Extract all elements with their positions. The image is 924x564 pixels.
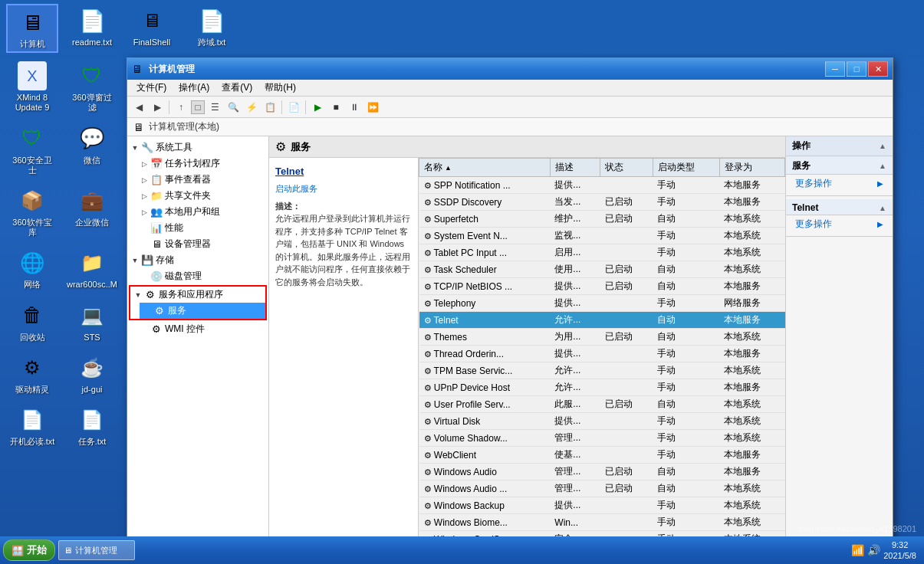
tray-network-icon[interactable]: 📶 xyxy=(851,544,864,556)
service-row[interactable]: ⚙ Windows Backup 提供... 手动 本地系统 xyxy=(419,497,785,514)
toolbar-pause[interactable]: ⏸ xyxy=(346,99,363,116)
tree-label-shebei: 设备管理器 xyxy=(165,238,211,251)
tree-toggle-cunchu[interactable]: ▼ xyxy=(130,256,140,265)
toolbar-btn6[interactable]: 📋 xyxy=(261,99,278,116)
service-row[interactable]: ⚙ WebClient 使基... 手动 本地服务 xyxy=(419,447,785,464)
tree-fuwu-selected[interactable]: ⚙ 服务 xyxy=(140,303,265,319)
start-button[interactable]: 🪟 开始 xyxy=(3,539,55,561)
service-row[interactable]: ⚙ Windows Audio 管理... 已启动 自动 本地服务 xyxy=(419,464,785,480)
service-row[interactable]: ⚙ UPnP Device Host 允许... 手动 本地服务 xyxy=(419,379,785,396)
col-status[interactable]: 状态 xyxy=(600,159,653,177)
service-row[interactable]: ⚙ Windows Audio ... 管理... 已启动 自动 本地系统 xyxy=(419,480,785,497)
desktop-icon-360wei[interactable]: 🛡 360安全卫士 xyxy=(6,122,58,178)
toolbar-btn3[interactable]: ☰ xyxy=(206,99,223,116)
service-row[interactable]: ⚙ Windows Biome... Win... 手动 本地系统 xyxy=(419,514,785,531)
desktop-icon-huishou[interactable]: 🗑 回收站 xyxy=(6,299,58,345)
taskbar-item-mgmt[interactable]: 🖥 计算机管理 xyxy=(58,540,135,560)
minimize-button[interactable]: ─ xyxy=(825,61,845,77)
desktop-icon-kuayu[interactable]: 📄 跨域.txt xyxy=(186,4,238,53)
tree-xitong[interactable]: ▼ 🔧 系统工具 xyxy=(127,139,268,156)
service-row[interactable]: ⚙ Tablet PC Input ... 启用... 手动 本地系统 xyxy=(419,244,785,261)
tree-toggle-bendi[interactable]: ▷ xyxy=(140,208,149,217)
tree-xingneng[interactable]: 📊 性能 xyxy=(136,220,268,236)
tree-toggle-renwu[interactable]: ▷ xyxy=(140,159,149,169)
desktop-icon-renwu[interactable]: 📄 任务.txt xyxy=(66,403,118,449)
col-name[interactable]: 名称▲ xyxy=(419,159,551,177)
service-login: 本地系统 xyxy=(719,514,784,531)
tree-fuwu-apps[interactable]: ▼ ⚙ 服务和应用程序 xyxy=(130,287,265,303)
desktop-icon-bidu[interactable]: 📄 开机必读.txt xyxy=(6,403,58,449)
service-row[interactable]: ⚙ SSDP Discovery 当发... 已启动 手动 本地服务 xyxy=(419,194,785,211)
desktop-icon-360tan[interactable]: 🛡 360弹窗过滤 xyxy=(66,59,118,115)
service-row[interactable]: ⚙ TCP/IP NetBIOS ... 提供... 已启动 自动 本地服务 xyxy=(419,278,785,295)
close-button[interactable]: ✕ xyxy=(868,61,888,77)
actions-telnet-more[interactable]: 更多操作 ▶ xyxy=(786,215,893,233)
toolbar-properties[interactable]: 📄 xyxy=(285,99,302,116)
col-desc[interactable]: 描述 xyxy=(550,159,600,177)
tree-toggle-fuwu[interactable]: ▼ xyxy=(133,290,143,300)
menu-help[interactable]: 帮助(H) xyxy=(258,80,302,96)
desktop-icon-wangluo[interactable]: 🌐 网络 xyxy=(6,246,58,292)
service-desc: 管理... xyxy=(550,480,600,497)
menu-action[interactable]: 操作(A) xyxy=(173,80,215,96)
toolbar-stop[interactable]: ■ xyxy=(327,99,344,116)
maximize-button[interactable]: □ xyxy=(847,61,866,77)
service-row[interactable]: ⚙ Superfetch 维护... 已启动 自动 本地系统 xyxy=(419,211,785,228)
taskbar-item-label: 计算机管理 xyxy=(75,545,117,556)
tree-shebei[interactable]: 🖥 设备管理器 xyxy=(136,236,268,252)
toolbar-restart[interactable]: ⏩ xyxy=(364,99,381,116)
service-row[interactable]: ⚙ Telnet 允许... 自动 本地服务 xyxy=(419,312,785,329)
tree-bendi[interactable]: ▷ 👥 本地用户和组 xyxy=(136,204,268,220)
service-row[interactable]: ⚙ System Event N... 监视... 手动 本地系统 xyxy=(419,228,785,244)
toolbar-play[interactable]: ▶ xyxy=(309,99,326,116)
service-row[interactable]: ⚙ Task Scheduler 使用... 已启动 自动 本地系统 xyxy=(419,261,785,278)
wrar-label: wrar600sc..M xyxy=(67,280,117,290)
tree-renwu[interactable]: ▷ 📅 任务计划程序 xyxy=(136,156,268,172)
desktop-icon-jdgui[interactable]: ☕ jd-gui xyxy=(66,351,118,397)
tree-cipan[interactable]: 💿 磁盘管理 xyxy=(136,268,268,284)
menu-file[interactable]: 文件(F) xyxy=(130,80,173,96)
tree-cunchu[interactable]: ▼ 💾 存储 xyxy=(127,252,268,268)
desktop-icon-weixin[interactable]: 💬 微信 xyxy=(66,122,118,178)
tray-sound-icon[interactable]: 🔊 xyxy=(867,544,880,556)
tree-toggle-xitong[interactable]: ▼ xyxy=(130,143,140,152)
desktop-icon-qiye[interactable]: 💼 企业微信 xyxy=(66,184,118,240)
desktop-icon-readme[interactable]: 📄 readme.txt xyxy=(66,4,118,53)
service-name: ⚙ Windows Biome... xyxy=(419,514,551,531)
tree-gongxiang[interactable]: ▷ 📁 共享文件夹 xyxy=(136,188,268,204)
desktop-icon-xmind[interactable]: X XMind 8 Update 9 xyxy=(6,59,58,115)
desktop-icon-sts[interactable]: 💻 STS xyxy=(66,299,118,345)
service-row[interactable]: ⚙ Virtual Disk 提供... 手动 本地系统 xyxy=(419,413,785,430)
toolbar-forward[interactable]: ▶ xyxy=(149,99,166,116)
service-row[interactable]: ⚙ Themes 为用... 已启动 自动 本地系统 xyxy=(419,329,785,346)
tree-toggle-shijian[interactable]: ▷ xyxy=(140,175,149,185)
service-row[interactable]: ⚙ Volume Shadow... 管理... 手动 本地系统 xyxy=(419,430,785,447)
service-row[interactable]: ⚙ User Profile Serv... 此服... 已启动 自动 本地系统 xyxy=(419,396,785,413)
desktop-icon-wrar[interactable]: 📁 wrar600sc..M xyxy=(66,246,118,292)
service-row[interactable]: ⚙ TPM Base Servic... 允许... 手动 本地系统 xyxy=(419,362,785,379)
toolbar-back[interactable]: ◀ xyxy=(130,99,147,116)
col-startup[interactable]: 启动类型 xyxy=(653,159,719,177)
col-login[interactable]: 登录为 xyxy=(719,159,784,177)
desktop-icon-finalshell[interactable]: 🖥 FinalShell xyxy=(126,4,178,53)
desktop-icon-qudong[interactable]: ⚙ 驱动精灵 xyxy=(6,351,58,397)
toolbar-btn2[interactable]: □ xyxy=(191,100,205,114)
service-row[interactable]: ⚙ SPP Notification ... 提供... 手动 本地服务 xyxy=(419,177,785,194)
tree-toggle-gongxiang[interactable]: ▷ xyxy=(140,192,149,201)
actions-services-more[interactable]: 更多操作 ▶ xyxy=(786,175,893,192)
desktop-icon-computer[interactable]: 🖥 计算机 xyxy=(6,4,58,53)
service-scroll-wrapper[interactable]: 名称▲ 描述 状态 启动类型 登录为 ⚙ SPP Notification ..… xyxy=(419,158,785,538)
service-start-link[interactable]: 启动此服务 xyxy=(275,183,412,195)
tray-clock[interactable]: 9:32 2021/5/8 xyxy=(883,539,916,562)
desktop-icon-360soft[interactable]: 📦 360软件宝库 xyxy=(6,184,58,240)
service-name-title[interactable]: Telnet xyxy=(275,166,412,177)
service-row[interactable]: ⚙ Thread Orderin... 提供... 手动 本地服务 xyxy=(419,346,785,362)
service-name: ⚙ User Profile Serv... xyxy=(419,396,551,413)
toolbar-btn4[interactable]: 🔍 xyxy=(225,99,242,116)
service-row[interactable]: ⚙ Telephony 提供... 手动 网络服务 xyxy=(419,295,785,312)
toolbar-up[interactable]: ↑ xyxy=(173,99,189,116)
menu-view[interactable]: 查看(V) xyxy=(215,80,258,96)
tree-shijian[interactable]: ▷ 📋 事件查看器 xyxy=(136,172,268,188)
tree-wmi[interactable]: ⚙ WMI 控件 xyxy=(136,321,268,337)
toolbar-btn5[interactable]: ⚡ xyxy=(243,99,260,116)
